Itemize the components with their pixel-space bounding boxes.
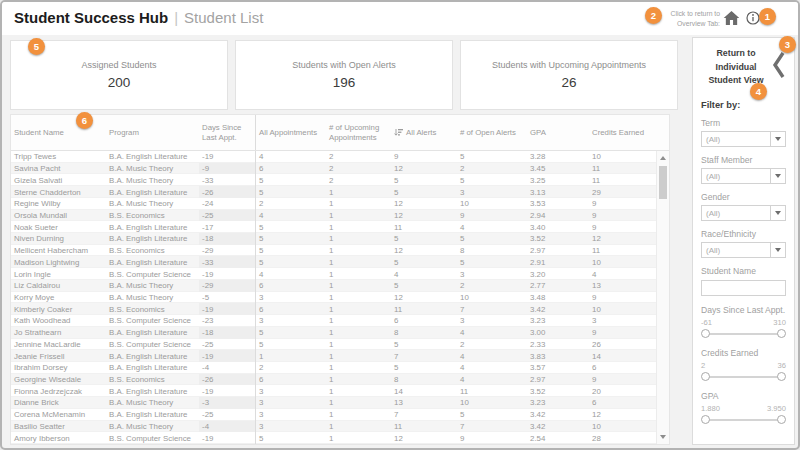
table-row[interactable]: Korry MoyeB.A. Music Theory-53112103.489 [11,292,656,304]
slider-handle-max[interactable] [777,329,786,338]
return-to-individual-view-button[interactable]: Return to Individual Student View [701,47,786,88]
slider-track[interactable] [701,371,786,383]
table-row[interactable]: Corena McMenaminB.A. English Literature-… [11,409,656,421]
race-ethnicity-dropdown[interactable]: (All) [701,242,786,258]
column-header-upcoming-appointments[interactable]: # of Upcoming Appointments [326,115,391,150]
table-row[interactable]: Sterne ChaddertonB.A. English Literature… [11,186,656,198]
table-cell: -18 [199,233,256,245]
table-cell: 1 [326,221,391,233]
sort-descending-icon[interactable] [394,128,403,137]
table-cell: Ibrahim Dorsey [11,362,106,374]
table-cell: 3.40 [527,221,589,233]
slider-handle-min[interactable] [701,329,710,338]
table-row[interactable]: Savina PachtB.A. Music Theory-9621223.45… [11,163,656,175]
dropdown-button[interactable] [770,206,785,220]
slider-handle-min[interactable] [701,415,710,424]
table-row[interactable]: Niven DurningB.A. English Literature-185… [11,233,656,245]
table-cell: 5 [256,339,326,351]
table-row[interactable]: Amory IbbersonB.S. Computer Science-1951… [11,432,656,444]
table-cell: 10 [457,292,527,304]
table-scrollbar[interactable] [656,151,669,444]
column-header-all-appointments[interactable]: All Appointments [256,115,326,150]
table-cell: 5 [391,186,457,198]
table-cell: 5 [457,409,527,421]
table-cell: 4 [256,268,326,280]
dropdown-button[interactable] [770,169,785,183]
table-row[interactable]: Ibrahim DorseyB.A. English Literature-42… [11,362,656,374]
table-row[interactable]: Jo StrathearnB.A. English Literature-185… [11,327,656,339]
column-header-credits-earned[interactable]: Credits Earned [589,115,656,150]
filter-label: Staff Member [701,155,786,165]
info-icon[interactable] [746,11,760,29]
dropdown-button[interactable] [770,243,785,257]
table-row[interactable]: Jeanie FrissellB.A. English Literature-1… [11,350,656,362]
slider-track[interactable] [701,328,786,340]
table-row[interactable]: Georgine WisedaleB.S. Economics-2661842.… [11,374,656,386]
table-row[interactable]: Orsola MundallB.S. Economics-25411292.94… [11,210,656,222]
table-cell: 2 [326,151,391,163]
table-cell: -3 [199,397,256,409]
table-cell: 1 [326,350,391,362]
table-cell: -33 [199,174,256,186]
table-cell: Sterne Chadderton [11,186,106,198]
table-row[interactable]: Tripp TewesB.A. English Literature-19429… [11,151,656,163]
slider-handle-max[interactable] [777,415,786,424]
table-cell: B.S. Computer Science [106,268,199,280]
kpi-open-alerts[interactable]: Students with Open Alerts 196 [235,40,453,110]
table-row[interactable]: Jennine MacLardieB.S. Computer Science-2… [11,339,656,351]
chevron-down-icon [775,211,781,215]
column-header-gpa[interactable]: GPA [527,115,589,150]
slider-track[interactable] [701,414,786,426]
table-cell: Georgine Wisedale [11,374,106,386]
table-row[interactable]: Lorin IngleB.S. Computer Science-1941433… [11,268,656,280]
table-cell: Noak Sueter [11,221,106,233]
slider-handle-min[interactable] [701,372,710,381]
staff-member-dropdown[interactable]: (All) [701,168,786,184]
table-cell: 8 [457,245,527,257]
term-dropdown[interactable]: (All) [701,131,786,147]
table-row[interactable]: Dianne BrickB.A. Music Theory-33113103.2… [11,397,656,409]
filter-gpa-slider: GPA 1.880 3.950 [701,391,786,426]
table-row[interactable]: Madison LightwingB.A. English Literature… [11,256,656,268]
table-row[interactable]: Mellicent HaberchamB.S. Economics-295112… [11,245,656,257]
slider-min: 2 [701,361,705,370]
table-row[interactable]: Noak SueterB.A. English Literature-17511… [11,221,656,233]
column-header-all-alerts[interactable]: All Alerts [391,115,457,150]
table-cell: 3 [256,421,326,433]
table-cell: 11 [589,245,656,257]
table-row[interactable]: Regine WilbyB.A. Music Theory-242112103.… [11,198,656,210]
table-cell: B.A. Music Theory [106,198,199,210]
table-row[interactable]: Liz CaldairouB.A. Music Theory-2961522.7… [11,280,656,292]
table-cell: 2.77 [527,280,589,292]
scroll-down-icon[interactable] [660,435,666,439]
annotation-badge-3: 3 [779,36,796,53]
student-name-input[interactable] [701,280,786,296]
table-cell: 1 [326,245,391,257]
gender-dropdown[interactable]: (All) [701,205,786,221]
slider-handle-max[interactable] [777,372,786,381]
table-cell: 6 [391,315,457,327]
kpi-upcoming-appointments[interactable]: Students with Upcoming Appointments 26 [460,40,678,110]
table-cell: 7 [457,421,527,433]
table-row[interactable]: Kath WoodheadB.S. Computer Science-23316… [11,315,656,327]
table-cell: 5 [391,174,457,186]
scrollbar-thumb[interactable] [659,166,667,199]
scroll-up-icon[interactable] [660,156,666,160]
table-row[interactable]: Kimberly CoakerB.S. Economics-19611173.4… [11,303,656,315]
column-header-open-alerts[interactable]: # of Open Alerts [457,115,527,150]
table-cell: -19 [199,268,256,280]
dropdown-button[interactable] [770,132,785,146]
table-body: Tripp TewesB.A. English Literature-19429… [11,151,656,444]
table-cell: 6 [256,374,326,386]
table-cell: 4 [589,268,656,280]
table-row[interactable]: Fionna JedrzejczakB.A. English Literatur… [11,385,656,397]
home-icon[interactable] [723,10,740,30]
column-header-days-since[interactable]: Days Since Last Appt. [199,115,256,150]
table-row[interactable]: Basilio SeatterB.A. Music Theory-4311173… [11,421,656,433]
table-cell: 9 [589,221,656,233]
annotation-badge-2: 2 [645,7,662,24]
table-cell: 10 [457,198,527,210]
table-row[interactable]: Gizela SalvatiB.A. Music Theory-3352553.… [11,174,656,186]
table-cell: -24 [199,198,256,210]
column-header-program[interactable]: Program [106,115,199,150]
